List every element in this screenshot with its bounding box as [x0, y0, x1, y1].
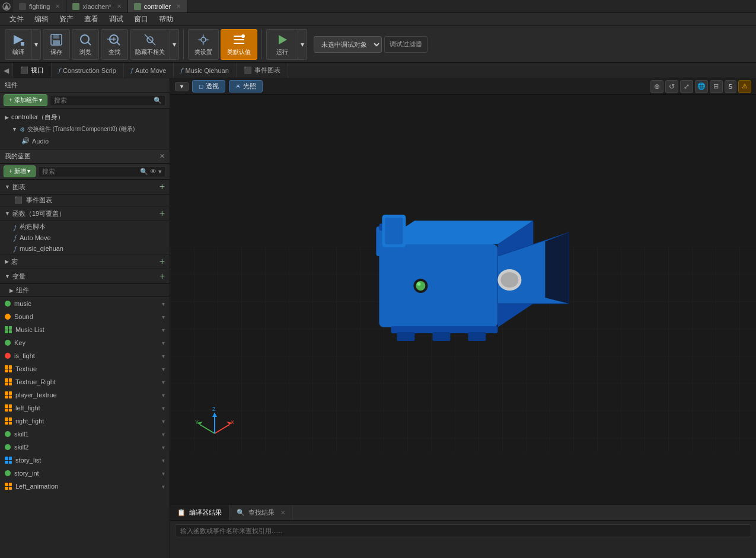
- browse-button[interactable]: 浏览: [72, 29, 99, 60]
- var-playertextrue[interactable]: player_textrue ▾: [0, 388, 170, 401]
- compile-arrow[interactable]: ▾: [32, 29, 41, 60]
- var-sound-arrow[interactable]: ▾: [162, 314, 165, 320]
- var-textrue[interactable]: Textrue ▾: [0, 362, 170, 375]
- find-button[interactable]: 查找: [101, 29, 128, 60]
- graph-section-header[interactable]: ▼图表 +: [0, 180, 170, 194]
- scale-icon-btn[interactable]: ⤢: [680, 80, 693, 93]
- func-item-construct[interactable]: 𝑓 构造脚本: [0, 221, 170, 232]
- grid-icon-btn[interactable]: ⊞: [710, 80, 723, 93]
- tab-fighting-close[interactable]: ✕: [55, 3, 60, 9]
- var-storyint[interactable]: story_int ▾: [0, 467, 170, 480]
- run-arrow[interactable]: ▾: [298, 29, 307, 60]
- bp-close-icon[interactable]: ✕: [160, 152, 165, 160]
- var-music[interactable]: music ▾: [0, 297, 170, 310]
- var-rightfight-arrow[interactable]: ▾: [162, 418, 165, 425]
- transform-tree-item[interactable]: ▼ ⚙ 变换组件 (TransformComponent0) (继承): [0, 123, 170, 135]
- var-key-arrow[interactable]: ▾: [162, 340, 165, 346]
- tab-xiaochen[interactable]: xiaochen* ✕: [66, 0, 127, 12]
- var-music-arrow[interactable]: ▾: [162, 301, 165, 307]
- find-tab-close[interactable]: ✕: [280, 509, 285, 516]
- bp-eye-icon[interactable]: 👁: [150, 168, 157, 175]
- func-section-header[interactable]: ▼函数（19可覆盖） +: [0, 206, 170, 221]
- menu-view[interactable]: 查看: [79, 13, 103, 25]
- var-textrueright-arrow[interactable]: ▾: [162, 379, 165, 385]
- var-textrue-arrow[interactable]: ▾: [162, 366, 165, 372]
- perspective-btn[interactable]: ◻ 透视: [192, 80, 225, 93]
- tab-construction[interactable]: 𝑓 Construction Scrip: [52, 63, 124, 78]
- compile-button[interactable]: 编译: [5, 29, 32, 60]
- controller-tree-item[interactable]: ▶ controller（自身）: [0, 111, 170, 123]
- var-rightfight[interactable]: right_fight ▾: [0, 414, 170, 428]
- graph-add-icon[interactable]: +: [160, 181, 165, 192]
- tab-xiaochen-label: xiaochen*: [82, 3, 111, 10]
- func-construct-icon: 𝑓: [14, 223, 16, 231]
- warning-icon-btn[interactable]: ⚠: [738, 80, 751, 93]
- component-search-input[interactable]: [54, 97, 154, 104]
- bp-new-button[interactable]: + 新增 ▾: [4, 165, 36, 177]
- translate-icon-btn[interactable]: ⊕: [650, 80, 664, 93]
- var-leftfight-arrow[interactable]: ▾: [162, 405, 165, 412]
- var-isfight[interactable]: is_fight ▾: [0, 349, 170, 362]
- viewport-dropdown-btn[interactable]: ▼: [175, 82, 189, 91]
- hide-arrow[interactable]: ▾: [170, 29, 179, 60]
- snap-value[interactable]: 5: [725, 80, 736, 93]
- save-button[interactable]: 保存: [43, 29, 70, 60]
- world-icon-btn[interactable]: 🌐: [695, 80, 708, 93]
- var-add-icon[interactable]: +: [160, 271, 165, 282]
- var-key[interactable]: Key ▾: [0, 336, 170, 349]
- lit-btn[interactable]: ☀ 光照: [229, 80, 263, 93]
- menu-file[interactable]: 文件: [5, 13, 28, 25]
- tab-eventgraph[interactable]: ⬛ 事件图表: [237, 63, 288, 78]
- class-defaults-button[interactable]: 类默认值: [221, 29, 257, 60]
- comp-subsection-header[interactable]: ▶ 组件: [0, 284, 170, 297]
- var-storylist-arrow[interactable]: ▾: [162, 457, 165, 464]
- menu-assets[interactable]: 资产: [55, 13, 78, 25]
- var-storylist[interactable]: story_list ▾: [0, 454, 170, 467]
- tab-fighting[interactable]: fighting ✕: [13, 0, 66, 12]
- debug-object-dropdown[interactable]: 未选中调试对象: [314, 36, 382, 53]
- var-textrueright[interactable]: Textrue_Right ▾: [0, 375, 170, 388]
- func-add-icon[interactable]: +: [160, 208, 165, 219]
- func-item-automove[interactable]: 𝑓 Auto Move: [0, 232, 170, 243]
- tab-controller-close[interactable]: ✕: [176, 3, 181, 9]
- var-section-header[interactable]: ▼变量 +: [0, 269, 170, 284]
- var-leftanim-arrow[interactable]: ▾: [162, 483, 165, 490]
- hide-button[interactable]: 隐藏不相关: [130, 29, 170, 60]
- func-item-music[interactable]: 𝑓 music_qiehuan: [0, 243, 170, 254]
- event-graph-item[interactable]: ⬛ 事件图表: [0, 194, 170, 206]
- macro-add-icon[interactable]: +: [160, 256, 165, 267]
- macro-section-header[interactable]: ▶宏 +: [0, 254, 170, 269]
- var-playertextrue-arrow[interactable]: ▾: [162, 392, 165, 398]
- class-settings-button[interactable]: 类设置: [188, 29, 219, 60]
- tab-musicqiehuan[interactable]: 𝑓 Music Qiehuan: [174, 63, 236, 78]
- menu-window[interactable]: 窗口: [129, 13, 153, 25]
- tab-viewport[interactable]: ⬛ 视口: [13, 63, 52, 78]
- find-results-tab[interactable]: 🔍 查找结果 ✕: [229, 505, 293, 520]
- run-button[interactable]: 运行: [266, 29, 298, 60]
- search-function-input[interactable]: [175, 524, 751, 537]
- var-isfight-arrow[interactable]: ▾: [162, 353, 165, 359]
- var-skill2[interactable]: skill2 ▾: [0, 441, 170, 454]
- var-musiclist-arrow[interactable]: ▾: [162, 327, 165, 333]
- bp-search-input[interactable]: [42, 168, 138, 175]
- menu-debug[interactable]: 调试: [104, 13, 128, 25]
- tab-automove[interactable]: 𝑓 Auto Move: [124, 63, 174, 78]
- var-sound[interactable]: Sound ▾: [0, 310, 170, 323]
- var-leftanim[interactable]: Left_animation ▾: [0, 480, 170, 493]
- menu-edit[interactable]: 编辑: [30, 13, 53, 25]
- var-storyint-arrow[interactable]: ▾: [162, 470, 165, 477]
- var-leftfight[interactable]: left_fight ▾: [0, 401, 170, 414]
- var-skill2-arrow[interactable]: ▾: [162, 444, 165, 451]
- rotate-icon-btn[interactable]: ↺: [665, 80, 678, 93]
- var-skill1-arrow[interactable]: ▾: [162, 431, 165, 438]
- tab-xiaochen-close[interactable]: ✕: [117, 3, 122, 9]
- add-component-button[interactable]: + 添加组件 ▾: [4, 94, 47, 106]
- panel-tab-controls[interactable]: ◀: [0, 63, 13, 78]
- audio-tree-item[interactable]: 🔊 Audio: [0, 135, 170, 146]
- var-musiclist[interactable]: Music List ▾: [0, 323, 170, 336]
- bp-settings-icon[interactable]: ▾: [158, 168, 162, 176]
- compiler-results-tab[interactable]: 📋 编译器结果: [170, 505, 229, 520]
- tab-controller[interactable]: controller ✕: [128, 0, 187, 12]
- menu-help[interactable]: 帮助: [154, 13, 178, 25]
- var-skill1[interactable]: skill1 ▾: [0, 428, 170, 441]
